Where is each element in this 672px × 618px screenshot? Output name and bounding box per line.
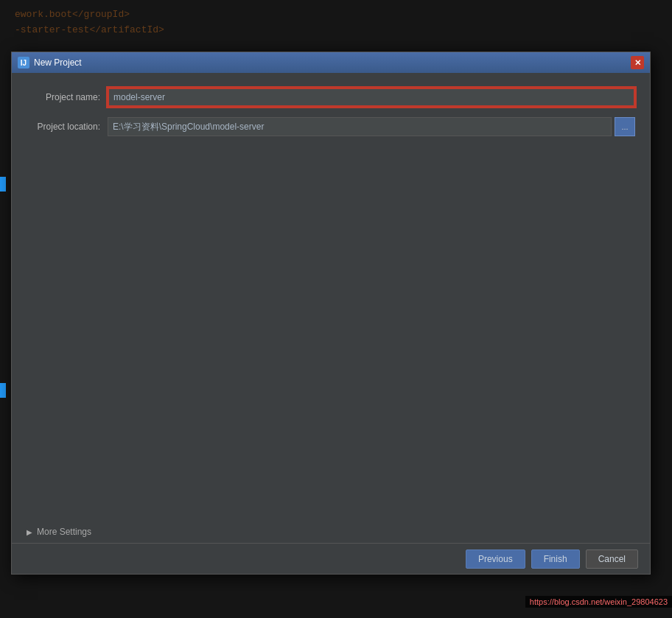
dialog-body: Project name: Project location: ... <box>12 73 650 574</box>
project-location-label: Project location: <box>27 122 108 132</box>
project-location-input[interactable] <box>108 117 612 136</box>
sidebar-indicator-1 <box>0 177 6 192</box>
project-name-input-wrapper <box>108 88 635 107</box>
more-settings-section[interactable]: ▶ More Settings <box>27 527 91 537</box>
dialog-icon: IJ <box>18 57 29 69</box>
previous-button[interactable]: Previous <box>466 549 525 569</box>
project-name-row: Project name: <box>27 88 635 107</box>
project-location-row: Project location: ... <box>27 117 635 136</box>
browse-button[interactable]: ... <box>615 117 635 136</box>
dialog-close-button[interactable]: ✕ <box>631 56 644 69</box>
project-name-input[interactable] <box>108 88 635 107</box>
dialog-titlebar: IJ New Project ✕ <box>12 52 650 73</box>
dialog-title: New Project <box>34 57 82 68</box>
project-name-label: Project name: <box>27 92 108 102</box>
sidebar-indicator-2 <box>0 383 6 398</box>
project-location-wrapper: ... <box>108 117 635 136</box>
more-settings-label: More Settings <box>37 527 91 537</box>
dialog-footer: Previous Finish Cancel <box>12 543 650 574</box>
more-settings-arrow-icon: ▶ <box>27 528 32 536</box>
finish-button[interactable]: Finish <box>531 549 580 569</box>
cancel-button[interactable]: Cancel <box>586 549 638 569</box>
new-project-dialog: IJ New Project ✕ Project name: Project l… <box>11 52 651 575</box>
watermark-url: https://blog.csdn.net/weixin_29804623 <box>525 596 672 608</box>
dialog-title-left: IJ New Project <box>18 57 82 69</box>
